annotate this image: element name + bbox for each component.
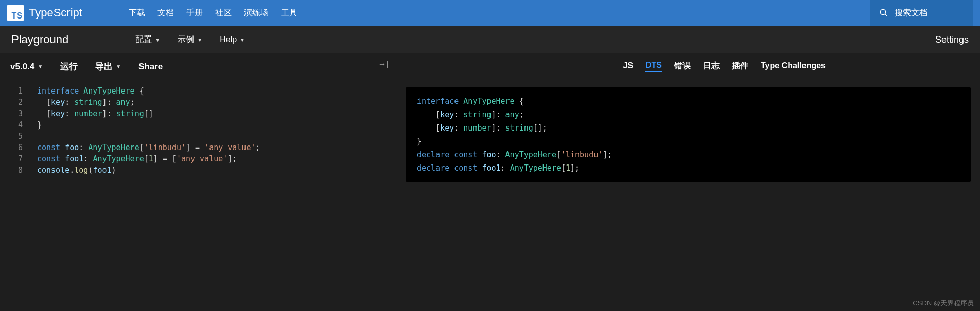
main-area: →| 12345678 interface AnyTypeHere { [key…: [0, 80, 980, 311]
code-line: declare const foo1: AnyTypeHere[1];: [417, 161, 959, 175]
dts-output: interface AnyTypeHere { [key: string]: a…: [406, 87, 971, 182]
line-number: 6: [0, 142, 23, 153]
logo[interactable]: TS TypeScript: [7, 5, 82, 21]
line-number: 4: [0, 119, 23, 131]
ts-logo-icon: TS: [7, 5, 24, 21]
output-tab-错误[interactable]: 错误: [674, 61, 691, 73]
code-line: interface AnyTypeHere {: [417, 95, 959, 108]
nav-item-1[interactable]: 文档: [157, 8, 174, 19]
code-line: [key: string]: any;: [417, 108, 959, 121]
output-tab-日志[interactable]: 日志: [703, 61, 720, 73]
output-tab-js[interactable]: JS: [623, 61, 633, 72]
code-line: interface AnyTypeHere {: [37, 85, 396, 97]
playground-bar: Playground 配置 ▼示例 ▼Help ▼ Settings: [0, 26, 980, 53]
code-editor[interactable]: interface AnyTypeHere { [key: string]: a…: [30, 80, 396, 311]
line-gutter: 12345678: [0, 80, 30, 311]
code-line: const foo1: AnyTypeHere[1] = ['any value…: [37, 153, 396, 164]
svg-point-0: [880, 9, 886, 15]
chevron-down-icon: ▼: [38, 64, 43, 69]
nav-item-5[interactable]: 工具: [281, 8, 297, 19]
line-number: 7: [0, 153, 23, 164]
nav-item-3[interactable]: 社区: [215, 8, 232, 19]
code-line: [key: number]: string[]: [37, 108, 396, 119]
run-button[interactable]: 运行: [60, 61, 78, 72]
nav-item-0[interactable]: 下载: [129, 8, 145, 19]
search-icon: [879, 8, 888, 17]
chevron-down-icon: ▼: [240, 37, 245, 43]
svg-line-1: [885, 14, 887, 16]
settings-link[interactable]: Settings: [935, 34, 969, 45]
editor-pane: →| 12345678 interface AnyTypeHere { [key…: [0, 80, 396, 311]
output-tab-插件[interactable]: 插件: [732, 61, 748, 73]
export-label: 导出: [95, 61, 113, 72]
output-tabs: JSDTS错误日志插件Type Challenges: [623, 61, 826, 73]
line-number: 8: [0, 164, 23, 176]
output-tab-dts[interactable]: DTS: [645, 61, 662, 72]
share-button[interactable]: Share: [138, 62, 163, 72]
code-line: console.log(foo1): [37, 164, 396, 176]
playground-menu-2[interactable]: Help ▼: [220, 35, 245, 44]
version-select[interactable]: v5.0.4 ▼: [10, 62, 43, 72]
line-number: 2: [0, 97, 23, 108]
line-number: 5: [0, 131, 23, 142]
top-nav: TS TypeScript 下载文档手册社区演练场工具 搜索文档: [0, 0, 980, 26]
chevron-down-icon: ▼: [197, 37, 202, 43]
code-line: const foo: AnyTypeHere['linbudu'] = 'any…: [37, 142, 396, 153]
chevron-down-icon: ▼: [116, 64, 121, 69]
logo-text: TypeScript: [29, 6, 82, 20]
output-pane: interface AnyTypeHere { [key: string]: a…: [396, 80, 980, 311]
watermark: CSDN @天界程序员: [913, 299, 974, 308]
code-line: }: [417, 135, 959, 148]
chevron-down-icon: ▼: [155, 37, 160, 43]
editor-toolbar: v5.0.4 ▼ 运行 导出 ▼ Share JSDTS错误日志插件Type C…: [0, 53, 980, 80]
code-line: [key: number]: string[];: [417, 121, 959, 135]
collapse-right-icon[interactable]: →|: [378, 60, 389, 69]
nav-items: 下载文档手册社区演练场工具: [129, 8, 297, 19]
playground-menus: 配置 ▼示例 ▼Help ▼: [135, 34, 245, 45]
output-tab-type-challenges[interactable]: Type Challenges: [761, 61, 826, 72]
nav-item-2[interactable]: 手册: [186, 8, 203, 19]
code-line: }: [37, 119, 396, 131]
line-number: 3: [0, 108, 23, 119]
line-number: 1: [0, 85, 23, 97]
export-button[interactable]: 导出 ▼: [95, 61, 121, 72]
version-label: v5.0.4: [10, 62, 34, 72]
code-line: declare const foo: AnyTypeHere['linbudu'…: [417, 148, 959, 161]
search-box[interactable]: 搜索文档: [870, 0, 973, 26]
search-placeholder: 搜索文档: [895, 8, 927, 19]
playground-title: Playground: [11, 33, 68, 46]
nav-item-4[interactable]: 演练场: [244, 8, 269, 19]
code-line: [key: string]: any;: [37, 97, 396, 108]
playground-menu-0[interactable]: 配置 ▼: [135, 34, 160, 45]
playground-menu-1[interactable]: 示例 ▼: [178, 34, 202, 45]
code-line: [37, 131, 396, 142]
